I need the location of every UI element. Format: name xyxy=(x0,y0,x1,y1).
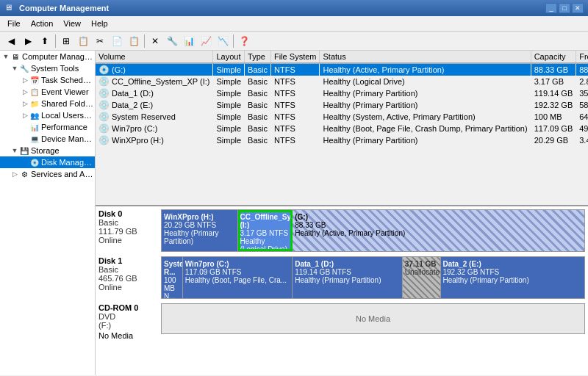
tree-performance-label: Performance xyxy=(41,123,87,131)
shared-folders-icon: 📁 xyxy=(29,98,40,109)
disk1-part-win7pro[interactable]: Win7pro (C:) 117.09 GB NTFS Healthy (Boo… xyxy=(183,257,293,298)
tree-disk-management-label: Disk Management xyxy=(41,158,93,167)
maximize-button[interactable]: □ xyxy=(559,3,570,13)
toolbar-btn-2[interactable]: 📋 xyxy=(75,34,91,48)
disk0-part-winxppro[interactable]: WinXPpro (H:) 20.29 GB NTFS Healthy (Pri… xyxy=(162,210,238,251)
toolbar-btn-7[interactable]: 🔧 xyxy=(164,34,180,48)
col-type[interactable]: Type xyxy=(245,51,271,63)
table-row[interactable]: 💿Data_2 (E:) Simple Basic NTFS Healthy (… xyxy=(96,99,588,111)
tree-storage[interactable]: ▼ 💾 Storage xyxy=(0,145,95,156)
disk0-part-cc[interactable]: CC_Offline_System_XP (I:) 3.17 GB NTFS H… xyxy=(238,210,293,251)
up-button[interactable]: ⬆ xyxy=(37,34,53,48)
toolbar-btn-10[interactable]: 📉 xyxy=(215,34,231,48)
show-hide-button[interactable]: ⊞ xyxy=(58,34,74,48)
task-scheduler-expander[interactable]: ▷ xyxy=(21,76,29,84)
disk-management-expander[interactable] xyxy=(21,158,29,167)
minimize-button[interactable]: _ xyxy=(545,3,557,13)
col-status[interactable]: Status xyxy=(320,51,531,63)
tree-system-tools[interactable]: ▼ 🔧 System Tools xyxy=(0,62,95,74)
window-controls[interactable]: _ □ ✕ xyxy=(545,3,584,13)
cell-fs: NTFS xyxy=(271,111,320,123)
storage-expander[interactable]: ▼ xyxy=(10,146,19,155)
cell-status: Healthy (Primary Partition) xyxy=(320,134,531,146)
disk0-part-winxppro-size: 20.29 GB NTFS xyxy=(164,221,235,229)
disk1-part-data1-size: 119.14 GB NTFS xyxy=(295,268,400,276)
forward-button[interactable]: ▶ xyxy=(20,34,36,48)
help-toolbar-button[interactable]: ❓ xyxy=(236,34,252,48)
table-row[interactable]: 💿System Reserved Simple Basic NTFS Healt… xyxy=(96,111,588,123)
tree-shared-folders[interactable]: ▷ 📁 Shared Folders xyxy=(0,98,95,109)
cell-layout: Simple xyxy=(213,63,245,76)
storage-icon: 💾 xyxy=(19,145,29,156)
tree-services-label: Services and Applicati... xyxy=(31,170,93,178)
disk1-label: Disk 1 Basic 465.76 GB Online xyxy=(98,256,161,292)
volume-table-area[interactable]: Volume Layout Type File System Status Ca… xyxy=(96,51,588,206)
performance-expander[interactable] xyxy=(21,123,29,131)
toolbar-btn-8[interactable]: 📊 xyxy=(181,34,197,48)
cell-type: Basic xyxy=(245,87,271,99)
toolbar-btn-5[interactable]: 📋 xyxy=(126,34,142,48)
system-tools-expander[interactable]: ▼ xyxy=(10,64,19,73)
cell-volume: 💿CC_Offline_System_XP (I:) xyxy=(96,76,213,87)
menu-file[interactable]: File xyxy=(3,18,25,29)
disk0-size: 111.79 GB xyxy=(98,227,157,236)
root-expander[interactable]: ▼ xyxy=(1,52,10,61)
tree-task-scheduler[interactable]: ▷ 📅 Task Scheduler xyxy=(0,74,95,86)
tree-root[interactable]: ▼ 🖥 Computer Management xyxy=(0,51,95,62)
toolbar-btn-3[interactable]: ✂ xyxy=(92,34,108,48)
toolbar-btn-4[interactable]: 📄 xyxy=(109,34,125,48)
event-viewer-expander[interactable]: ▷ xyxy=(21,87,29,96)
disk0-entry: Disk 0 Basic 111.79 GB Online WinXPpro (… xyxy=(98,209,585,252)
close-button[interactable]: ✕ xyxy=(572,3,584,13)
disk0-part-g[interactable]: (G:) 88.33 GB Healthy (Active, Primary P… xyxy=(293,210,584,251)
tree-event-viewer[interactable]: ▷ 📋 Event Viewer xyxy=(0,86,95,98)
toolbar-btn-6[interactable]: ✕ xyxy=(147,34,163,48)
menu-action[interactable]: Action xyxy=(26,18,58,29)
disk0-part-winxppro-name: WinXPpro (H:) xyxy=(164,213,235,221)
cell-freespace: 49.78 GB xyxy=(576,123,588,134)
tree-disk-management[interactable]: 💿 Disk Management xyxy=(0,156,95,168)
disk1-part-unalloc[interactable]: 37.11 GB Unallocated xyxy=(403,257,441,298)
disk0-type: Basic xyxy=(98,218,157,227)
col-filesystem[interactable]: File System xyxy=(271,51,320,63)
cell-capacity: 117.09 GB xyxy=(531,123,576,134)
col-volume[interactable]: Volume xyxy=(96,51,213,63)
disk1-part-data2[interactable]: Data_2 (E:) 192.32 GB NTFS Healthy (Prim… xyxy=(441,257,585,298)
table-row[interactable]: 💿WinXPpro (H:) Simple Basic NTFS Healthy… xyxy=(96,134,588,146)
menu-view[interactable]: View xyxy=(59,18,85,29)
cell-volume: 💿WinXPpro (H:) xyxy=(96,134,213,146)
disk1-part-sysreserved[interactable]: System R... 100 MB N... Healthy (S... xyxy=(162,257,183,298)
table-row[interactable]: 💿CC_Offline_System_XP (I:) Simple Basic … xyxy=(96,76,588,87)
cell-freespace: 3.49 GB xyxy=(576,134,588,146)
toolbar-btn-9[interactable]: 📈 xyxy=(198,34,214,48)
cell-status: Healthy (Logical Drive) xyxy=(320,76,531,87)
cell-capacity: 119.14 GB xyxy=(531,87,576,99)
table-row[interactable]: 💿Data_1 (D:) Simple Basic NTFS Healthy (… xyxy=(96,87,588,99)
tree-local-users[interactable]: ▷ 👥 Local Users and Gro... xyxy=(0,109,95,121)
menu-help[interactable]: Help xyxy=(87,18,112,29)
table-row[interactable]: 💿(G:) Simple Basic NTFS Healthy (Active,… xyxy=(96,63,588,76)
col-freespace[interactable]: Free Space xyxy=(576,51,588,63)
cell-status: Healthy (Primary Partition) xyxy=(320,87,531,99)
back-button[interactable]: ◀ xyxy=(3,34,19,48)
tree-system-tools-label: System Tools xyxy=(31,64,79,73)
col-capacity[interactable]: Capacity xyxy=(531,51,576,63)
cell-status: Healthy (System, Active, Primary Partiti… xyxy=(320,111,531,123)
disk1-part-data1[interactable]: Data_1 (D:) 119.14 GB NTFS Healthy (Prim… xyxy=(293,257,403,298)
tree-device-manager[interactable]: 💻 Device Manager xyxy=(0,133,95,145)
local-users-expander[interactable]: ▷ xyxy=(21,111,29,120)
toolbar-separator-3 xyxy=(233,35,234,48)
cell-freespace: 64 MB xyxy=(576,111,588,123)
disk1-part-sysreserved-name: System R... xyxy=(164,260,180,276)
device-manager-expander[interactable] xyxy=(21,134,29,143)
col-layout[interactable]: Layout xyxy=(213,51,245,63)
cdrom0-name: CD-ROM 0 xyxy=(98,303,157,312)
table-row[interactable]: 💿Win7pro (C:) Simple Basic NTFS Healthy … xyxy=(96,123,588,134)
services-expander[interactable]: ▷ xyxy=(10,170,19,178)
tree-services[interactable]: ▷ ⚙ Services and Applicati... xyxy=(0,168,95,180)
cell-capacity: 192.32 GB xyxy=(531,99,576,111)
tree-performance[interactable]: 📊 Performance xyxy=(0,121,95,133)
shared-folders-expander[interactable]: ▷ xyxy=(21,99,29,108)
system-tools-icon: 🔧 xyxy=(19,63,29,73)
cell-volume: 💿System Reserved xyxy=(96,111,213,123)
